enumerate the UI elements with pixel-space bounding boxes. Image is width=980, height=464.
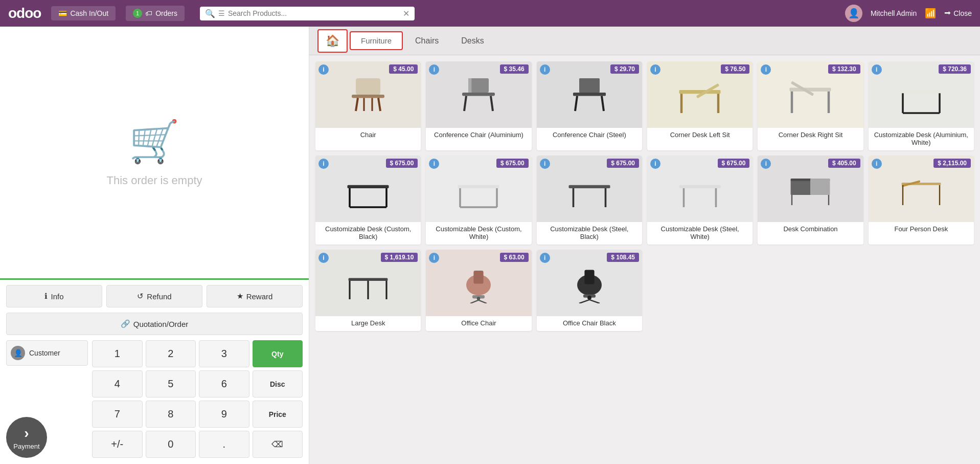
product-info-icon[interactable]: i (761, 159, 771, 169)
numpad-key-2[interactable]: 2 (146, 340, 196, 367)
desks-label: Desks (461, 36, 484, 45)
payment-button[interactable]: › Payment (6, 417, 47, 458)
svg-point-56 (477, 297, 480, 300)
product-card[interactable]: i$ 720.36Customizable Desk (Aluminium, W… (869, 61, 974, 150)
product-card[interactable]: i$ 675.00Customizable Desk (Custom, Blac… (315, 156, 421, 245)
product-card[interactable]: i$ 63.00Office Chair (426, 250, 531, 331)
customer-button[interactable]: 👤 Customer (6, 340, 88, 366)
svg-line-9 (491, 96, 493, 111)
avatar: 👤 (845, 5, 862, 22)
category-bar: 🏠 Furniture Chairs Desks (309, 27, 980, 55)
numpad-key-_[interactable]: ⌫ (253, 431, 303, 458)
svg-rect-43 (810, 179, 830, 195)
product-info-icon[interactable]: i (318, 64, 329, 75)
product-card[interactable]: i$ 675.00Customizable Desk (Steel, Black… (537, 156, 642, 245)
numpad-key-7[interactable]: 7 (92, 401, 143, 428)
numpad-key-_[interactable]: . (199, 431, 249, 458)
product-name: Four Person Desk (869, 222, 974, 233)
topbar: odoo 💳 Cash In/Out 1 🏷 Orders 🔍 ☰ ✕ 👤 Mi… (0, 0, 980, 27)
numpad-key-0[interactable]: 0 (146, 431, 196, 458)
cart-icon: 🛒 (129, 118, 180, 166)
product-price-badge: $ 108.45 (607, 253, 639, 262)
orders-label: Orders (155, 9, 177, 17)
svg-line-63 (579, 300, 589, 303)
product-card[interactable]: i$ 45.00Chair (315, 61, 421, 150)
numpad-key-Price[interactable]: Price (253, 401, 303, 428)
product-card[interactable]: i$ 35.46Conference Chair (Aluminium) (426, 61, 531, 150)
product-card[interactable]: i$ 76.50Corner Desk Left Sit (647, 61, 753, 150)
category-chairs-button[interactable]: Chairs (405, 32, 449, 50)
orders-button[interactable]: 1 🏷 Orders (126, 6, 185, 21)
product-price-badge: $ 63.00 (500, 253, 529, 262)
topbar-right: 👤 Mitchell Admin 📶 ⮕ Close (845, 5, 972, 22)
clear-search-icon[interactable]: ✕ (403, 9, 409, 18)
search-input[interactable] (228, 9, 400, 17)
numpad-key-6[interactable]: 6 (199, 370, 249, 397)
orders-icon: 🏷 (145, 9, 152, 17)
product-info-icon[interactable]: i (540, 253, 550, 263)
numpad-key-1[interactable]: 1 (92, 340, 143, 367)
numpad-key-8[interactable]: 8 (146, 401, 196, 428)
product-info-icon[interactable]: i (650, 64, 660, 75)
product-card[interactable]: i$ 405.00Desk Combination (758, 156, 863, 245)
product-card[interactable]: i$ 675.00Customizable Desk (Steel, White… (647, 156, 753, 245)
svg-rect-15 (679, 90, 721, 94)
quotation-button[interactable]: 🔗 Quotation/Order (6, 313, 303, 335)
product-price-badge: $ 2,115.00 (933, 159, 971, 168)
numpad-key-___[interactable]: +/- (92, 431, 143, 458)
product-price-badge: $ 405.00 (828, 159, 860, 168)
product-name: Office Chair (426, 316, 531, 327)
numpad-key-9[interactable]: 9 (199, 401, 249, 428)
product-card[interactable]: i$ 132.30Corner Desk Right Sit (758, 61, 863, 150)
product-info-icon[interactable]: i (429, 64, 439, 75)
numpad-key-Qty[interactable]: Qty (253, 340, 303, 367)
svg-rect-59 (474, 271, 484, 284)
product-info-icon[interactable]: i (318, 253, 329, 263)
product-name: Desk Combination (758, 222, 863, 233)
barcode-icon: ☰ (218, 9, 225, 17)
category-furniture-button[interactable]: Furniture (350, 31, 403, 50)
order-empty-text: This order is empty (106, 174, 202, 187)
product-info-icon[interactable]: i (650, 159, 660, 169)
numpad-key-Disc[interactable]: Disc (253, 370, 303, 397)
svg-line-57 (470, 300, 478, 303)
cash-inout-button[interactable]: 💳 Cash In/Out (51, 6, 116, 20)
category-home-button[interactable]: 🏠 (317, 29, 348, 53)
close-button[interactable]: ⮕ Close (944, 9, 972, 17)
payment-arrow-icon: › (24, 425, 29, 441)
product-name: Corner Desk Left Sit (647, 128, 753, 139)
product-info-icon[interactable]: i (872, 64, 882, 75)
numpad-grid: 123Qty456Disc789Price+/-0.⌫ (92, 340, 303, 458)
reward-label: Reward (246, 292, 273, 301)
product-card[interactable]: i$ 108.45Office Chair Black (537, 250, 642, 331)
numpad-key-5[interactable]: 5 (146, 370, 196, 397)
product-info-icon[interactable]: i (318, 159, 329, 169)
refund-icon: ↺ (137, 292, 144, 301)
payment-label: Payment (13, 443, 39, 450)
product-info-icon[interactable]: i (540, 159, 550, 169)
svg-rect-27 (348, 185, 389, 188)
product-card[interactable]: i$ 1,619.10Large Desk (315, 250, 421, 331)
product-card[interactable]: i$ 29.70Conference Chair (Steel) (537, 61, 642, 150)
reward-icon: ★ (237, 292, 243, 301)
svg-line-58 (478, 300, 487, 303)
numpad-key-4[interactable]: 4 (92, 370, 143, 397)
category-desks-button[interactable]: Desks (451, 32, 494, 50)
info-button[interactable]: ℹ Info (6, 285, 102, 307)
product-card[interactable]: i$ 675.00Customizable Desk (Custom, Whit… (426, 156, 531, 245)
product-info-icon[interactable]: i (429, 159, 439, 169)
product-info-icon[interactable]: i (429, 253, 439, 263)
svg-rect-23 (900, 90, 942, 93)
product-price-badge: $ 29.70 (610, 64, 639, 74)
customer-section: 👤 Customer › Payment (6, 340, 88, 458)
refund-button[interactable]: ↺ Refund (106, 285, 202, 307)
product-info-icon[interactable]: i (872, 159, 882, 169)
product-info-icon[interactable]: i (761, 64, 771, 75)
numpad-key-3[interactable]: 3 (199, 340, 249, 367)
svg-rect-65 (584, 270, 594, 284)
svg-rect-10 (468, 78, 471, 93)
reward-button[interactable]: ★ Reward (207, 285, 303, 307)
product-card[interactable]: i$ 2,115.00Four Person Desk (869, 156, 974, 245)
product-info-icon[interactable]: i (540, 64, 550, 75)
info-icon: ℹ (44, 292, 48, 301)
